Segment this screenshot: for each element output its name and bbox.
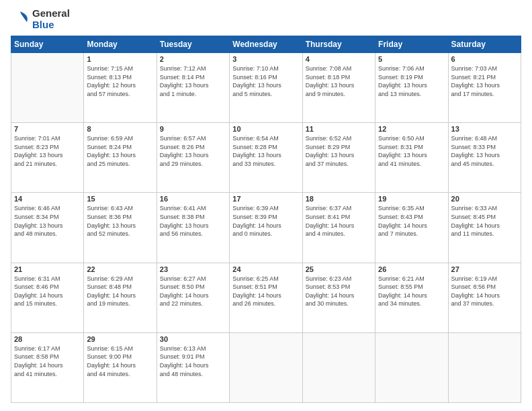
day-number: 14 — [14, 195, 81, 203]
day-number: 28 — [14, 335, 81, 343]
day-info: Sunrise: 6:31 AM Sunset: 8:46 PM Dayligh… — [14, 275, 81, 308]
logo-text-container: GeneralBlue — [11, 8, 70, 30]
day-number: 3 — [232, 55, 299, 63]
day-info: Sunrise: 6:17 AM Sunset: 8:58 PM Dayligh… — [14, 345, 81, 378]
calendar-cell: 17Sunrise: 6:39 AM Sunset: 8:39 PM Dayli… — [230, 193, 302, 263]
day-info: Sunrise: 6:27 AM Sunset: 8:50 PM Dayligh… — [160, 275, 226, 308]
calendar-cell: 1Sunrise: 7:15 AM Sunset: 8:13 PM Daylig… — [84, 53, 157, 123]
day-info: Sunrise: 7:06 AM Sunset: 8:19 PM Dayligh… — [378, 64, 445, 98]
day-number: 6 — [451, 55, 518, 63]
day-number: 1 — [87, 55, 153, 63]
calendar-cell: 12Sunrise: 6:50 AM Sunset: 8:31 PM Dayli… — [375, 123, 448, 193]
calendar-page: GeneralBlue SundayMondayTuesdayWednesday… — [0, 0, 532, 411]
day-info: Sunrise: 6:54 AM Sunset: 8:28 PM Dayligh… — [232, 134, 299, 168]
day-header: Saturday — [448, 36, 521, 53]
day-number: 23 — [160, 265, 226, 273]
day-info: Sunrise: 6:37 AM Sunset: 8:41 PM Dayligh… — [306, 204, 372, 238]
day-info: Sunrise: 7:01 AM Sunset: 8:23 PM Dayligh… — [14, 134, 81, 168]
calendar-cell — [375, 332, 448, 402]
calendar-cell: 14Sunrise: 6:46 AM Sunset: 8:34 PM Dayli… — [11, 193, 84, 263]
logo-text: GeneralBlue — [32, 8, 70, 30]
day-number: 29 — [87, 335, 153, 343]
calendar-cell: 19Sunrise: 6:35 AM Sunset: 8:43 PM Dayli… — [375, 193, 448, 263]
day-info: Sunrise: 6:35 AM Sunset: 8:43 PM Dayligh… — [378, 204, 445, 238]
day-info: Sunrise: 6:15 AM Sunset: 9:00 PM Dayligh… — [87, 345, 153, 378]
day-info: Sunrise: 7:10 AM Sunset: 8:16 PM Dayligh… — [232, 64, 299, 98]
day-info: Sunrise: 6:41 AM Sunset: 8:38 PM Dayligh… — [160, 204, 226, 238]
day-info: Sunrise: 6:39 AM Sunset: 8:39 PM Dayligh… — [232, 204, 299, 238]
calendar-cell: 29Sunrise: 6:15 AM Sunset: 9:00 PM Dayli… — [84, 332, 157, 402]
calendar-cell: 30Sunrise: 6:13 AM Sunset: 9:01 PM Dayli… — [157, 332, 229, 402]
calendar-week-row: 1Sunrise: 7:15 AM Sunset: 8:13 PM Daylig… — [11, 53, 521, 123]
day-info: Sunrise: 6:33 AM Sunset: 8:45 PM Dayligh… — [451, 204, 518, 238]
day-header: Tuesday — [157, 36, 229, 53]
day-number: 25 — [306, 265, 372, 273]
calendar-cell: 21Sunrise: 6:31 AM Sunset: 8:46 PM Dayli… — [11, 263, 84, 332]
day-info: Sunrise: 6:48 AM Sunset: 8:33 PM Dayligh… — [451, 134, 518, 168]
calendar-cell: 13Sunrise: 6:48 AM Sunset: 8:33 PM Dayli… — [448, 123, 521, 193]
day-number: 15 — [87, 195, 153, 203]
calendar-cell: 25Sunrise: 6:23 AM Sunset: 8:53 PM Dayli… — [302, 263, 375, 332]
day-number: 18 — [306, 195, 372, 203]
day-info: Sunrise: 6:50 AM Sunset: 8:31 PM Dayligh… — [378, 134, 445, 168]
calendar-cell — [448, 332, 521, 402]
day-info: Sunrise: 6:19 AM Sunset: 8:56 PM Dayligh… — [451, 275, 518, 308]
calendar-week-row: 21Sunrise: 6:31 AM Sunset: 8:46 PM Dayli… — [11, 263, 521, 332]
day-number: 8 — [87, 125, 153, 133]
calendar-week-row: 7Sunrise: 7:01 AM Sunset: 8:23 PM Daylig… — [11, 123, 521, 193]
calendar-cell: 16Sunrise: 6:41 AM Sunset: 8:38 PM Dayli… — [157, 193, 229, 263]
logo-blue-text: Blue — [32, 19, 70, 31]
day-info: Sunrise: 7:12 AM Sunset: 8:14 PM Dayligh… — [160, 64, 226, 98]
day-number: 27 — [451, 265, 518, 273]
calendar-cell: 24Sunrise: 6:25 AM Sunset: 8:51 PM Dayli… — [230, 263, 302, 332]
calendar-cell: 11Sunrise: 6:52 AM Sunset: 8:29 PM Dayli… — [302, 123, 375, 193]
day-number: 7 — [14, 125, 81, 133]
calendar-week-row: 28Sunrise: 6:17 AM Sunset: 8:58 PM Dayli… — [11, 332, 521, 402]
day-number: 24 — [232, 265, 299, 273]
day-number: 21 — [14, 265, 81, 273]
header: GeneralBlue — [11, 8, 521, 30]
calendar-cell: 10Sunrise: 6:54 AM Sunset: 8:28 PM Dayli… — [230, 123, 302, 193]
day-info: Sunrise: 6:57 AM Sunset: 8:26 PM Dayligh… — [160, 134, 226, 168]
day-number: 20 — [451, 195, 518, 203]
day-number: 17 — [232, 195, 299, 203]
day-number: 16 — [160, 195, 226, 203]
header-row: SundayMondayTuesdayWednesdayThursdayFrid… — [11, 36, 521, 53]
calendar-cell: 18Sunrise: 6:37 AM Sunset: 8:41 PM Dayli… — [302, 193, 375, 263]
calendar-cell: 6Sunrise: 7:03 AM Sunset: 8:21 PM Daylig… — [448, 53, 521, 123]
calendar-cell: 27Sunrise: 6:19 AM Sunset: 8:56 PM Dayli… — [448, 263, 521, 332]
day-number: 4 — [306, 55, 372, 63]
day-number: 5 — [378, 55, 445, 63]
calendar-table: SundayMondayTuesdayWednesdayThursdayFrid… — [11, 36, 521, 403]
calendar-cell — [11, 53, 84, 123]
day-header: Friday — [375, 36, 448, 53]
day-header: Monday — [84, 36, 157, 53]
day-info: Sunrise: 6:25 AM Sunset: 8:51 PM Dayligh… — [232, 275, 299, 308]
calendar-cell: 15Sunrise: 6:43 AM Sunset: 8:36 PM Dayli… — [84, 193, 157, 263]
day-header: Wednesday — [230, 36, 302, 53]
calendar-cell: 20Sunrise: 6:33 AM Sunset: 8:45 PM Dayli… — [448, 193, 521, 263]
calendar-cell — [230, 332, 302, 402]
calendar-cell: 3Sunrise: 7:10 AM Sunset: 8:16 PM Daylig… — [230, 53, 302, 123]
day-info: Sunrise: 6:29 AM Sunset: 8:48 PM Dayligh… — [87, 275, 153, 308]
logo-bird-icon — [11, 10, 30, 29]
day-header: Thursday — [302, 36, 375, 53]
day-number: 9 — [160, 125, 226, 133]
day-info: Sunrise: 6:23 AM Sunset: 8:53 PM Dayligh… — [306, 275, 372, 308]
day-number: 11 — [306, 125, 372, 133]
day-info: Sunrise: 6:13 AM Sunset: 9:01 PM Dayligh… — [160, 345, 226, 378]
calendar-week-row: 14Sunrise: 6:46 AM Sunset: 8:34 PM Dayli… — [11, 193, 521, 263]
calendar-cell: 22Sunrise: 6:29 AM Sunset: 8:48 PM Dayli… — [84, 263, 157, 332]
day-info: Sunrise: 6:46 AM Sunset: 8:34 PM Dayligh… — [14, 204, 81, 238]
logo-general-text: General — [32, 8, 70, 19]
calendar-cell: 23Sunrise: 6:27 AM Sunset: 8:50 PM Dayli… — [157, 263, 229, 332]
day-number: 10 — [232, 125, 299, 133]
calendar-cell: 2Sunrise: 7:12 AM Sunset: 8:14 PM Daylig… — [157, 53, 229, 123]
logo: GeneralBlue — [11, 8, 70, 30]
calendar-cell: 7Sunrise: 7:01 AM Sunset: 8:23 PM Daylig… — [11, 123, 84, 193]
day-number: 26 — [378, 265, 445, 273]
day-info: Sunrise: 7:08 AM Sunset: 8:18 PM Dayligh… — [306, 64, 372, 98]
day-number: 12 — [378, 125, 445, 133]
day-number: 22 — [87, 265, 153, 273]
day-info: Sunrise: 6:43 AM Sunset: 8:36 PM Dayligh… — [87, 204, 153, 238]
